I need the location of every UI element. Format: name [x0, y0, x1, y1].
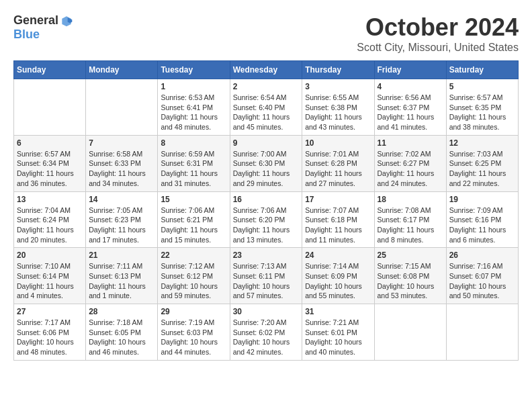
calendar-cell: 9Sunrise: 7:00 AM Sunset: 6:30 PM Daylig…: [230, 135, 302, 191]
day-number: 8: [161, 138, 226, 148]
day-info: Sunrise: 7:06 AM Sunset: 6:21 PM Dayligh…: [161, 205, 226, 245]
calendar-header-saturday: Saturday: [446, 61, 518, 79]
day-number: 30: [233, 307, 300, 316]
calendar-cell: 4Sunrise: 6:56 AM Sunset: 6:37 PM Daylig…: [374, 79, 446, 136]
day-number: 4: [378, 82, 443, 91]
calendar-header-wednesday: Wednesday: [230, 61, 302, 79]
day-number: 29: [161, 307, 226, 316]
calendar-cell: 14Sunrise: 7:05 AM Sunset: 6:23 PM Dayli…: [86, 191, 158, 248]
calendar-cell: 8Sunrise: 6:59 AM Sunset: 6:31 PM Daylig…: [158, 135, 230, 191]
calendar-cell: 1Sunrise: 6:53 AM Sunset: 6:41 PM Daylig…: [158, 79, 230, 136]
day-number: 5: [449, 82, 515, 91]
calendar-header-friday: Friday: [374, 61, 446, 79]
calendar-cell: 10Sunrise: 7:01 AM Sunset: 6:28 PM Dayli…: [302, 135, 374, 191]
day-info: Sunrise: 7:09 AM Sunset: 6:16 PM Dayligh…: [449, 205, 515, 245]
calendar-cell: 2Sunrise: 6:54 AM Sunset: 6:40 PM Daylig…: [230, 79, 302, 136]
day-number: 19: [449, 195, 515, 204]
day-info: Sunrise: 7:05 AM Sunset: 6:23 PM Dayligh…: [89, 205, 154, 245]
calendar-week-row: 20Sunrise: 7:10 AM Sunset: 6:14 PM Dayli…: [14, 248, 519, 304]
day-info: Sunrise: 7:01 AM Sunset: 6:28 PM Dayligh…: [305, 149, 371, 189]
day-info: Sunrise: 7:18 AM Sunset: 6:05 PM Dayligh…: [89, 318, 154, 357]
day-number: 24: [305, 250, 371, 260]
day-info: Sunrise: 7:07 AM Sunset: 6:18 PM Dayligh…: [305, 205, 371, 245]
day-info: Sunrise: 7:03 AM Sunset: 6:25 PM Dayligh…: [449, 149, 515, 189]
day-info: Sunrise: 7:00 AM Sunset: 6:30 PM Dayligh…: [233, 149, 300, 189]
calendar-cell: 25Sunrise: 7:15 AM Sunset: 6:08 PM Dayli…: [374, 248, 446, 304]
calendar-cell: [374, 304, 446, 361]
day-number: 14: [89, 195, 154, 204]
day-info: Sunrise: 7:17 AM Sunset: 6:06 PM Dayligh…: [17, 318, 83, 357]
day-info: Sunrise: 7:20 AM Sunset: 6:02 PM Dayligh…: [233, 318, 300, 357]
calendar-cell: 19Sunrise: 7:09 AM Sunset: 6:16 PM Dayli…: [446, 191, 518, 248]
calendar-cell: 30Sunrise: 7:20 AM Sunset: 6:02 PM Dayli…: [230, 304, 302, 361]
day-number: 13: [17, 195, 83, 204]
day-number: 11: [378, 138, 443, 148]
calendar-cell: 18Sunrise: 7:08 AM Sunset: 6:17 PM Dayli…: [374, 191, 446, 248]
logo: General Blue: [13, 13, 73, 42]
day-info: Sunrise: 6:55 AM Sunset: 6:38 PM Dayligh…: [305, 93, 371, 132]
day-info: Sunrise: 7:08 AM Sunset: 6:17 PM Dayligh…: [378, 205, 443, 245]
calendar-cell: 29Sunrise: 7:19 AM Sunset: 6:03 PM Dayli…: [158, 304, 230, 361]
day-number: 1: [161, 82, 226, 91]
day-number: 3: [305, 82, 371, 91]
calendar-cell: 31Sunrise: 7:21 AM Sunset: 6:01 PM Dayli…: [302, 304, 374, 361]
calendar-header-monday: Monday: [86, 61, 158, 79]
day-number: 9: [233, 138, 300, 148]
calendar-week-row: 6Sunrise: 6:57 AM Sunset: 6:34 PM Daylig…: [14, 135, 519, 191]
title-section: October 2024 Scott City, Missouri, Unite…: [357, 13, 519, 54]
calendar-cell: [446, 304, 518, 361]
location-title: Scott City, Missouri, United States: [357, 42, 519, 54]
calendar-header-sunday: Sunday: [14, 61, 86, 79]
calendar-cell: 15Sunrise: 7:06 AM Sunset: 6:21 PM Dayli…: [158, 191, 230, 248]
day-number: 2: [233, 82, 300, 91]
day-info: Sunrise: 7:12 AM Sunset: 6:12 PM Dayligh…: [161, 261, 226, 301]
logo-general-text: General: [13, 13, 58, 28]
day-number: 12: [449, 138, 515, 148]
calendar-week-row: 13Sunrise: 7:04 AM Sunset: 6:24 PM Dayli…: [14, 191, 519, 248]
day-info: Sunrise: 6:59 AM Sunset: 6:31 PM Dayligh…: [161, 149, 226, 189]
calendar-cell: 17Sunrise: 7:07 AM Sunset: 6:18 PM Dayli…: [302, 191, 374, 248]
calendar-cell: 22Sunrise: 7:12 AM Sunset: 6:12 PM Dayli…: [158, 248, 230, 304]
day-info: Sunrise: 6:57 AM Sunset: 6:35 PM Dayligh…: [449, 93, 515, 132]
day-info: Sunrise: 6:57 AM Sunset: 6:34 PM Dayligh…: [17, 149, 83, 189]
calendar-cell: 20Sunrise: 7:10 AM Sunset: 6:14 PM Dayli…: [14, 248, 86, 304]
day-info: Sunrise: 7:16 AM Sunset: 6:07 PM Dayligh…: [449, 261, 515, 301]
day-info: Sunrise: 7:15 AM Sunset: 6:08 PM Dayligh…: [378, 261, 443, 301]
day-info: Sunrise: 6:58 AM Sunset: 6:33 PM Dayligh…: [89, 149, 154, 189]
calendar-cell: 6Sunrise: 6:57 AM Sunset: 6:34 PM Daylig…: [14, 135, 86, 191]
day-info: Sunrise: 7:13 AM Sunset: 6:11 PM Dayligh…: [233, 261, 300, 301]
day-number: 26: [449, 250, 515, 260]
day-number: 31: [305, 307, 371, 316]
calendar-cell: 11Sunrise: 7:02 AM Sunset: 6:27 PM Dayli…: [374, 135, 446, 191]
calendar-cell: 24Sunrise: 7:14 AM Sunset: 6:09 PM Dayli…: [302, 248, 374, 304]
day-info: Sunrise: 6:53 AM Sunset: 6:41 PM Dayligh…: [161, 93, 226, 132]
logo-blue-text: Blue: [13, 28, 40, 42]
day-number: 10: [305, 138, 371, 148]
day-info: Sunrise: 7:10 AM Sunset: 6:14 PM Dayligh…: [17, 261, 83, 301]
day-number: 21: [89, 250, 154, 260]
day-info: Sunrise: 7:06 AM Sunset: 6:20 PM Dayligh…: [233, 205, 300, 245]
calendar-table: SundayMondayTuesdayWednesdayThursdayFrid…: [13, 60, 519, 361]
calendar-cell: 28Sunrise: 7:18 AM Sunset: 6:05 PM Dayli…: [86, 304, 158, 361]
day-info: Sunrise: 7:19 AM Sunset: 6:03 PM Dayligh…: [161, 318, 226, 357]
calendar-cell: [14, 79, 86, 136]
day-number: 23: [233, 250, 300, 260]
day-info: Sunrise: 7:11 AM Sunset: 6:13 PM Dayligh…: [89, 261, 154, 301]
calendar-cell: 12Sunrise: 7:03 AM Sunset: 6:25 PM Dayli…: [446, 135, 518, 191]
calendar-cell: 13Sunrise: 7:04 AM Sunset: 6:24 PM Dayli…: [14, 191, 86, 248]
calendar-cell: 16Sunrise: 7:06 AM Sunset: 6:20 PM Dayli…: [230, 191, 302, 248]
calendar-cell: 21Sunrise: 7:11 AM Sunset: 6:13 PM Dayli…: [86, 248, 158, 304]
calendar-header-thursday: Thursday: [302, 61, 374, 79]
day-info: Sunrise: 7:14 AM Sunset: 6:09 PM Dayligh…: [305, 261, 371, 301]
day-number: 18: [378, 195, 443, 204]
day-number: 25: [378, 250, 443, 260]
day-number: 17: [305, 195, 371, 204]
calendar-cell: 23Sunrise: 7:13 AM Sunset: 6:11 PM Dayli…: [230, 248, 302, 304]
calendar-cell: 5Sunrise: 6:57 AM Sunset: 6:35 PM Daylig…: [446, 79, 518, 136]
calendar-cell: 7Sunrise: 6:58 AM Sunset: 6:33 PM Daylig…: [86, 135, 158, 191]
day-info: Sunrise: 7:02 AM Sunset: 6:27 PM Dayligh…: [378, 149, 443, 189]
day-number: 28: [89, 307, 154, 316]
day-number: 22: [161, 250, 226, 260]
day-info: Sunrise: 7:21 AM Sunset: 6:01 PM Dayligh…: [305, 318, 371, 357]
day-info: Sunrise: 6:54 AM Sunset: 6:40 PM Dayligh…: [233, 93, 300, 132]
